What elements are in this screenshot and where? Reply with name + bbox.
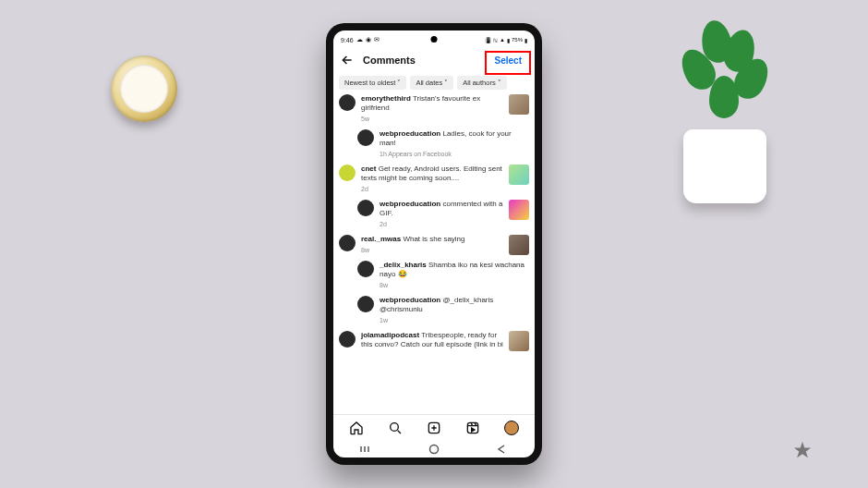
back-button[interactable] [341, 54, 354, 67]
comment-username[interactable]: webproeducation [380, 200, 440, 208]
comment-thumbnail[interactable] [509, 165, 529, 185]
comment-row[interactable]: real._mwas What is she saying8w [339, 235, 529, 255]
comment-body: webproeducation commented with a GIF.2d [380, 200, 503, 229]
filter-authors[interactable]: All authors ˅ [457, 76, 506, 90]
comment-row[interactable]: webproeducation @_delix_kharis @chrismun… [357, 296, 529, 325]
message-icon: ✉ [374, 36, 380, 43]
filter-sort-label: Newest to oldest [344, 79, 395, 87]
svg-point-3 [429, 445, 438, 454]
filter-row: Newest to oldest ˅ All dates ˅ All autho… [333, 73, 535, 94]
comment-body: webproeducation @_delix_kharis @chrismun… [380, 296, 529, 325]
comment-username[interactable]: cnet [361, 165, 376, 173]
filter-dates[interactable]: All dates ˅ [410, 76, 453, 90]
comment-row[interactable]: webproeducation commented with a GIF.2d [357, 200, 529, 229]
comment-row[interactable]: jolamadipodcast Tribespeople, ready for … [339, 331, 529, 351]
comment-thumbnail[interactable] [509, 200, 529, 220]
filter-dates-label: All dates [416, 79, 442, 87]
comment-thumbnail[interactable] [509, 235, 529, 255]
comment-body: real._mwas What is she saying8w [361, 235, 503, 255]
filter-sort[interactable]: Newest to oldest ˅ [339, 76, 406, 90]
comment-username[interactable]: jolamadipodcast [361, 331, 419, 339]
star-decoration [792, 440, 813, 460]
comment-username[interactable]: webproeducation [380, 129, 440, 138]
plant-pot [683, 129, 766, 203]
chevron-down-icon: ˅ [397, 79, 401, 87]
front-camera [431, 36, 438, 43]
comment-meta: 5w [361, 115, 503, 124]
comment-body: cnet Get ready, Android users. Editing s… [361, 165, 503, 194]
cloud-icon: ☁ [356, 36, 363, 43]
comment-avatar[interactable] [357, 296, 374, 312]
battery-percent: 75% [512, 37, 523, 43]
bottom-tab-bar [333, 414, 535, 441]
chevron-down-icon: ˅ [444, 79, 448, 87]
chevron-down-icon: ˅ [498, 79, 501, 87]
camera-icon: ◉ [366, 36, 371, 43]
comment-avatar[interactable] [339, 94, 356, 111]
scene: 9:46 ☁ ◉ ✉ 📳 ℕ ▲ ▮ 75% ▮ [0, 0, 868, 488]
vibrate-icon: 📳 [485, 37, 491, 43]
comment-avatar[interactable] [357, 129, 374, 146]
search-tab[interactable] [388, 421, 403, 435]
profile-tab[interactable] [504, 421, 519, 435]
wifi-icon: ▲ [500, 37, 505, 43]
comment-body: webproeducation Ladies, cook for your ma… [380, 129, 529, 159]
phone-screen: 9:46 ☁ ◉ ✉ 📳 ℕ ▲ ▮ 75% ▮ [333, 30, 535, 458]
create-tab[interactable] [427, 421, 441, 435]
comment-meta: 8w [380, 281, 529, 290]
comment-avatar[interactable] [357, 200, 374, 216]
recents-button[interactable] [359, 445, 374, 454]
comment-meta: 2d [380, 220, 503, 229]
desk-clock [111, 55, 177, 122]
comment-avatar[interactable] [339, 235, 356, 251]
android-nav-bar [333, 441, 535, 458]
comment-row[interactable]: cnet Get ready, Android users. Editing s… [339, 165, 529, 194]
reels-tab[interactable] [465, 421, 480, 435]
comment-meta: 8w [361, 246, 503, 255]
comment-username[interactable]: real._mwas [361, 235, 401, 243]
clock-time: 9:46 [341, 37, 354, 43]
filter-authors-label: All authors [463, 79, 495, 87]
comment-username[interactable]: emorythethird [361, 94, 411, 103]
comment-row[interactable]: emorythethird Tristan's favourite ex gir… [339, 94, 529, 124]
comment-thumbnail[interactable] [509, 331, 529, 351]
phone-frame: 9:46 ☁ ◉ ✉ 📳 ℕ ▲ ▮ 75% ▮ [326, 23, 542, 465]
comment-username[interactable]: webproeducation [380, 296, 440, 304]
comment-body: emorythethird Tristan's favourite ex gir… [361, 94, 503, 124]
comment-meta: 1w [380, 316, 529, 325]
nfc-icon: ℕ [493, 37, 498, 43]
svg-point-0 [391, 423, 399, 432]
profile-avatar-icon [504, 421, 519, 435]
signal-icon: ▮ [507, 37, 510, 43]
comment-row[interactable]: webproeducation Ladies, cook for your ma… [357, 129, 529, 159]
home-tab[interactable] [349, 421, 364, 435]
home-button[interactable] [427, 445, 441, 454]
app-header: Comments Select [333, 47, 535, 73]
comment-row[interactable]: _delix_kharis Shamba iko na kesi wachana… [357, 261, 529, 290]
comment-body: _delix_kharis Shamba iko na kesi wachana… [380, 261, 529, 290]
comments-feed[interactable]: emorythethird Tristan's favourite ex gir… [333, 94, 535, 414]
status-left: 9:46 ☁ ◉ ✉ [341, 36, 380, 43]
page-title: Comments [363, 55, 416, 66]
comment-username[interactable]: _delix_kharis [380, 261, 427, 269]
comment-thumbnail[interactable] [509, 94, 529, 115]
comment-body: jolamadipodcast Tribespeople, ready for … [361, 331, 503, 351]
battery-icon: ▮ [524, 37, 527, 43]
comment-text: Get ready, Android users. Editing sent t… [361, 165, 502, 182]
plant [674, 20, 776, 140]
comment-text: What is she saying [403, 235, 464, 243]
comment-meta: 2d [361, 185, 503, 194]
comment-meta: 1h Appears on Facebook [380, 150, 529, 159]
comment-avatar[interactable] [357, 261, 374, 277]
comment-avatar[interactable] [339, 331, 356, 348]
status-right: 📳 ℕ ▲ ▮ 75% ▮ [485, 37, 527, 43]
android-back-button[interactable] [494, 445, 509, 454]
select-button[interactable]: Select [489, 54, 527, 67]
comment-avatar[interactable] [339, 165, 356, 181]
